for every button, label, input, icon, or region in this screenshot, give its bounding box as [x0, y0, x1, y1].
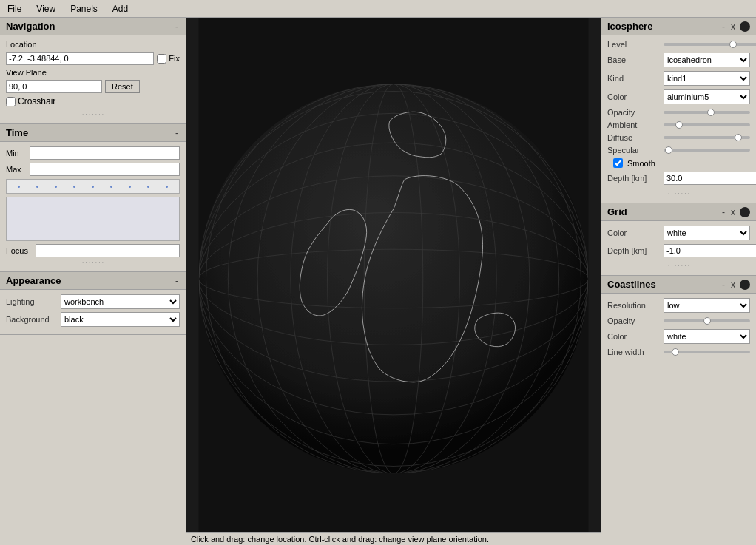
- focus-input[interactable]: [36, 244, 180, 257]
- viewplane-input-row: Reset: [6, 80, 180, 93]
- timeline-dot: [147, 186, 149, 188]
- grid-body: Color whiteblackgrey Depth [km] · · · · …: [601, 221, 756, 275]
- timeline-bar[interactable]: [6, 179, 180, 194]
- icosphere-section: Icosphere - x Level Base ic: [601, 18, 756, 203]
- diffuse-label: Diffuse: [607, 133, 661, 142]
- background-label: Background: [6, 315, 58, 324]
- grid-header[interactable]: Grid - x: [601, 203, 756, 221]
- focus-row: Focus: [6, 244, 180, 257]
- location-label: Location: [6, 40, 37, 49]
- opacity-label: Opacity: [607, 108, 661, 117]
- grid-color-row: Color whiteblackgrey: [607, 226, 750, 240]
- level-slider-wrap: [664, 40, 756, 49]
- linewidth-label: Line width: [607, 348, 661, 356]
- lighting-label: Lighting: [6, 297, 58, 306]
- time-header[interactable]: Time -: [0, 124, 186, 142]
- coastlines-title: Coastlines: [607, 279, 656, 290]
- max-input[interactable]: [30, 163, 180, 176]
- time-title: Time: [6, 127, 28, 138]
- diffuse-slider[interactable]: [664, 136, 750, 139]
- navigation-collapse-btn[interactable]: -: [174, 21, 180, 32]
- navigation-dots: · · · · · · ·: [6, 109, 180, 119]
- base-label: Base: [607, 55, 661, 64]
- diffuse-row: Diffuse: [607, 133, 750, 142]
- reset-button[interactable]: Reset: [105, 80, 140, 93]
- appearance-body: Lighting workbenchnaturalcustom Backgrou…: [0, 290, 186, 334]
- appearance-header[interactable]: Appearance -: [0, 272, 186, 290]
- grid-close-btn[interactable]: x: [729, 207, 737, 217]
- location-input[interactable]: [6, 52, 154, 65]
- globe-canvas[interactable]: [186, 18, 601, 532]
- fix-checkbox[interactable]: [157, 54, 166, 64]
- ambient-row: Ambient: [607, 121, 750, 129]
- crosshair-checkbox[interactable]: [6, 97, 16, 106]
- globe-svg: [186, 18, 601, 532]
- navigation-controls: -: [174, 21, 180, 32]
- level-slider[interactable]: [664, 43, 756, 46]
- ambient-label: Ambient: [607, 121, 661, 129]
- fix-checkbox-row: Fix: [157, 54, 180, 64]
- status-bar: Click and drag: change location. Ctrl-cl…: [186, 532, 601, 545]
- timeline-dot: [73, 186, 75, 188]
- menu-add[interactable]: Add: [108, 2, 132, 16]
- smooth-checkbox[interactable]: [613, 158, 623, 168]
- viewplane-input[interactable]: [6, 80, 102, 93]
- linewidth-slider[interactable]: [664, 351, 750, 353]
- timeline-dot: [166, 186, 168, 188]
- resolution-label: Resolution: [607, 301, 661, 310]
- grid-depth-row: Depth [km]: [607, 244, 750, 257]
- grid-section: Grid - x Color whiteblackgrey Depth [km]: [601, 203, 756, 276]
- ambient-slider[interactable]: [664, 123, 750, 126]
- grid-controls: - x: [720, 207, 750, 217]
- lighting-row: Lighting workbenchnaturalcustom: [6, 294, 180, 309]
- color-row: Color aluminium5aluminium1whiteblack: [607, 89, 750, 104]
- depth-input[interactable]: [664, 172, 756, 185]
- lighting-select[interactable]: workbenchnaturalcustom: [61, 294, 180, 309]
- opacity-row: Opacity: [607, 108, 750, 117]
- coastlines-close-btn[interactable]: x: [729, 280, 737, 290]
- coastlines-color-row: Color whiteblackgrey: [607, 329, 750, 344]
- coastlines-color-select[interactable]: whiteblackgrey: [664, 329, 750, 344]
- specular-row: Specular: [607, 146, 750, 155]
- right-panel: Icosphere - x Level Base ic: [601, 18, 756, 545]
- icosphere-collapse-btn[interactable]: -: [720, 21, 726, 32]
- menu-panels[interactable]: Panels: [66, 2, 102, 16]
- kind-row: Kind kind1kind2kind3: [607, 71, 750, 86]
- time-dots: · · · · · · ·: [6, 257, 180, 267]
- appearance-title: Appearance: [6, 275, 61, 286]
- navigation-header[interactable]: Navigation -: [0, 18, 186, 35]
- time-collapse-btn[interactable]: -: [174, 128, 180, 138]
- coastlines-body: Resolution lowmediumhigh Opacity Color w…: [601, 294, 756, 365]
- navigation-section: Navigation - Location Fix View Plan: [0, 18, 186, 124]
- playback-area[interactable]: [6, 197, 180, 241]
- specular-slider[interactable]: [664, 149, 750, 152]
- icosphere-dot: [740, 21, 750, 32]
- background-select[interactable]: blackwhitegradient: [61, 312, 180, 327]
- base-select[interactable]: icosahedronoctahedroncube: [664, 53, 750, 67]
- fix-label: Fix: [169, 54, 180, 63]
- resolution-select[interactable]: lowmediumhigh: [664, 298, 750, 313]
- color-select[interactable]: aluminium5aluminium1whiteblack: [664, 89, 750, 104]
- depth-label: Depth [km]: [607, 174, 661, 183]
- time-section: Time - Min Max: [0, 124, 186, 272]
- grid-collapse-btn[interactable]: -: [720, 207, 726, 217]
- coastlines-opacity-slider[interactable]: [664, 319, 750, 322]
- coastlines-collapse-btn[interactable]: -: [720, 280, 726, 290]
- location-input-row: Fix: [6, 52, 180, 65]
- level-label: Level: [607, 40, 661, 49]
- grid-color-select[interactable]: whiteblackgrey: [664, 226, 750, 240]
- icosphere-close-btn[interactable]: x: [729, 21, 737, 32]
- min-input[interactable]: [30, 146, 180, 160]
- menu-view[interactable]: View: [32, 2, 60, 16]
- level-row: Level: [607, 40, 750, 49]
- appearance-collapse-btn[interactable]: -: [174, 276, 180, 286]
- menu-file[interactable]: File: [3, 2, 26, 16]
- grid-depth-label: Depth [km]: [607, 246, 661, 255]
- coastlines-dot: [740, 280, 750, 290]
- coastlines-header[interactable]: Coastlines - x: [601, 276, 756, 294]
- kind-select[interactable]: kind1kind2kind3: [664, 71, 750, 86]
- icosphere-header[interactable]: Icosphere - x: [601, 18, 756, 35]
- grid-depth-input[interactable]: [664, 244, 756, 257]
- icosphere-controls: - x: [720, 21, 750, 32]
- opacity-slider[interactable]: [664, 111, 750, 114]
